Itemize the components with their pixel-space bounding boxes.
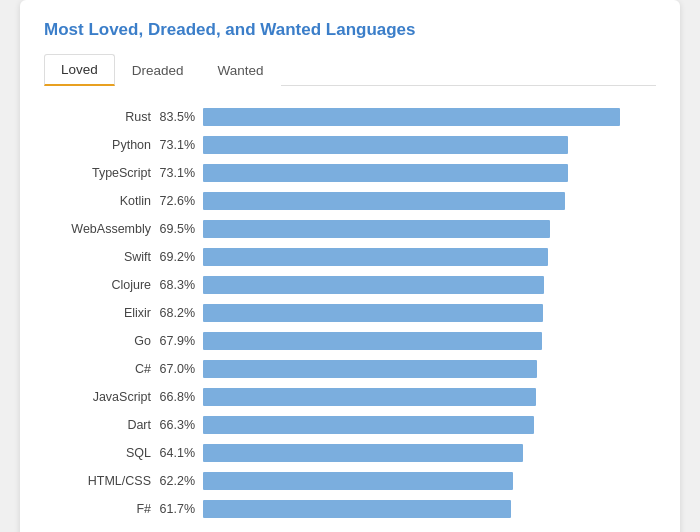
lang-label: Clojure [44, 278, 159, 292]
lang-label: Go [44, 334, 159, 348]
bar-fill [203, 108, 620, 126]
pct-label: 67.0% [159, 362, 203, 376]
pct-label: 62.2% [159, 474, 203, 488]
tab-bar: Loved Dreaded Wanted [44, 54, 656, 86]
bar-track [203, 220, 656, 238]
bar-track [203, 444, 656, 462]
bar-track [203, 332, 656, 350]
bar-fill [203, 248, 548, 266]
bar-fill [203, 388, 536, 406]
lang-label: Kotlin [44, 194, 159, 208]
lang-label: HTML/CSS [44, 474, 159, 488]
bar-fill [203, 332, 542, 350]
bar-row: Clojure68.3% [44, 272, 656, 298]
bar-row: HTML/CSS62.2% [44, 468, 656, 494]
bar-track [203, 500, 656, 518]
bar-row: Kotlin72.6% [44, 188, 656, 214]
bar-track [203, 108, 656, 126]
lang-label: F# [44, 502, 159, 516]
bar-track [203, 164, 656, 182]
lang-label: C# [44, 362, 159, 376]
bar-track [203, 388, 656, 406]
bar-row: Elixir68.2% [44, 300, 656, 326]
tab-wanted[interactable]: Wanted [201, 54, 281, 86]
lang-label: TypeScript [44, 166, 159, 180]
bar-fill [203, 304, 543, 322]
lang-label: Swift [44, 250, 159, 264]
lang-label: Rust [44, 110, 159, 124]
bar-row: C#67.0% [44, 356, 656, 382]
pct-label: 67.9% [159, 334, 203, 348]
bar-track [203, 360, 656, 378]
bar-fill [203, 220, 550, 238]
bar-row: JavaScript66.8% [44, 384, 656, 410]
pct-label: 72.6% [159, 194, 203, 208]
chart-title: Most Loved, Dreaded, and Wanted Language… [44, 20, 656, 40]
pct-label: 83.5% [159, 110, 203, 124]
bar-fill [203, 416, 534, 434]
bar-row: Swift69.2% [44, 244, 656, 270]
pct-label: 66.3% [159, 418, 203, 432]
bar-row: F#61.7% [44, 496, 656, 522]
pct-label: 68.3% [159, 278, 203, 292]
bar-track [203, 136, 656, 154]
bar-track [203, 304, 656, 322]
bar-fill [203, 276, 544, 294]
lang-label: Python [44, 138, 159, 152]
pct-label: 69.5% [159, 222, 203, 236]
pct-label: 68.2% [159, 306, 203, 320]
bar-track [203, 248, 656, 266]
bar-fill [203, 360, 537, 378]
bar-chart: Rust83.5%Python73.1%TypeScript73.1%Kotli… [44, 104, 656, 524]
card: Most Loved, Dreaded, and Wanted Language… [20, 0, 680, 532]
pct-label: 61.7% [159, 502, 203, 516]
pct-label: 66.8% [159, 390, 203, 404]
tab-dreaded[interactable]: Dreaded [115, 54, 201, 86]
lang-label: WebAssembly [44, 222, 159, 236]
bar-fill [203, 444, 523, 462]
bar-row: Go67.9% [44, 328, 656, 354]
bar-fill [203, 500, 511, 518]
pct-label: 64.1% [159, 446, 203, 460]
bar-row: TypeScript73.1% [44, 160, 656, 186]
bar-track [203, 416, 656, 434]
bar-row: SQL64.1% [44, 440, 656, 466]
pct-label: 69.2% [159, 250, 203, 264]
bar-track [203, 472, 656, 490]
tab-loved[interactable]: Loved [44, 54, 115, 86]
bar-track [203, 192, 656, 210]
bar-fill [203, 472, 513, 490]
bar-fill [203, 136, 568, 154]
bar-row: WebAssembly69.5% [44, 216, 656, 242]
pct-label: 73.1% [159, 138, 203, 152]
pct-label: 73.1% [159, 166, 203, 180]
bar-row: Dart66.3% [44, 412, 656, 438]
bar-fill [203, 192, 565, 210]
lang-label: Elixir [44, 306, 159, 320]
lang-label: JavaScript [44, 390, 159, 404]
bar-fill [203, 164, 568, 182]
bar-row: Python73.1% [44, 132, 656, 158]
bar-track [203, 276, 656, 294]
lang-label: Dart [44, 418, 159, 432]
lang-label: SQL [44, 446, 159, 460]
bar-row: Rust83.5% [44, 104, 656, 130]
